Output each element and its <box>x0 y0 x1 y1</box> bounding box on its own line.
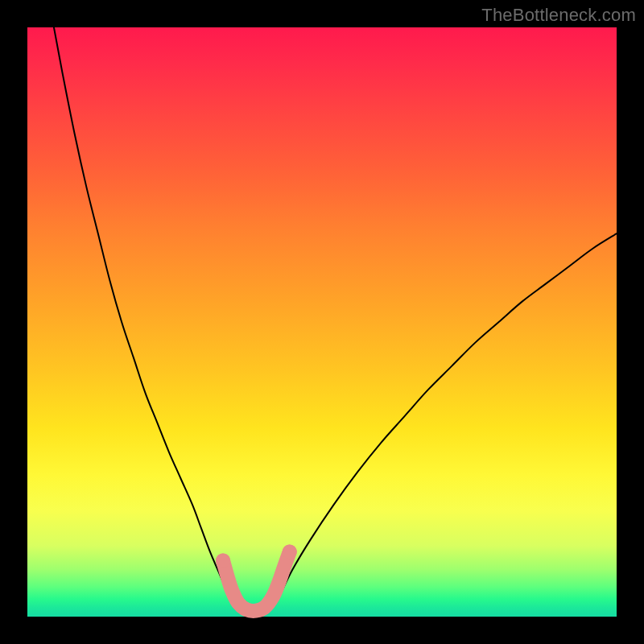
marker-worm <box>223 551 290 610</box>
series-left-curve <box>54 27 235 608</box>
plot-area <box>27 27 617 617</box>
curve-layer <box>54 27 617 613</box>
outer-frame: TheBottleneck.com <box>0 0 644 644</box>
marker-layer <box>216 544 297 610</box>
series-right-curve <box>272 233 617 608</box>
watermark-text: TheBottleneck.com <box>481 5 636 26</box>
marker-dot <box>216 553 230 568</box>
chart-svg <box>27 27 617 617</box>
marker-dot <box>283 544 297 559</box>
